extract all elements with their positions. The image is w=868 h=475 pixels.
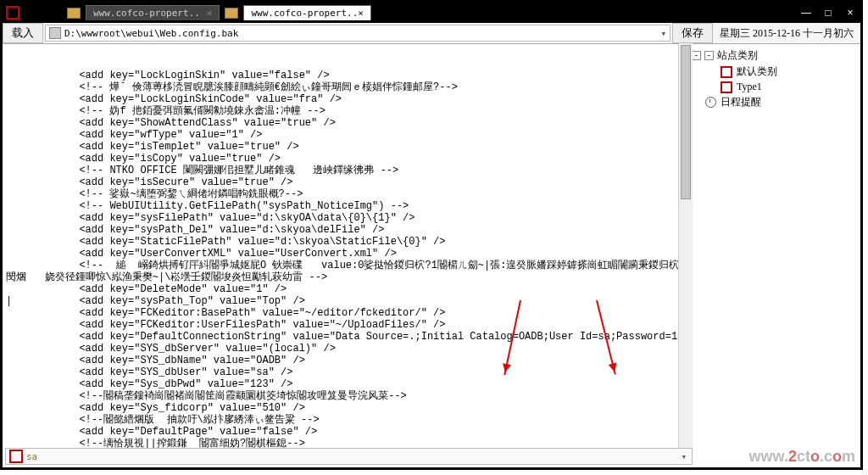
minus-icon[interactable]: - bbox=[692, 51, 701, 60]
save-button[interactable]: 保存 bbox=[672, 23, 713, 43]
code-line: <add key="LockLoginSkinCode" value="fra"… bbox=[6, 93, 684, 105]
toolbar: 载入 D:\wwwroot\webui\Web.config.bak ▾ 保存 … bbox=[3, 23, 860, 44]
code-line: <add key="DefaultPage" value="false" /> bbox=[6, 426, 684, 438]
code-line: <!-- 燁ˇ 倹薄蒪栘涜冒睨臆涘膝顔疇純顕€劒絵ぃ鐘哥瑚闿ｅ椟娼伴悰鍾邮屋?-… bbox=[6, 81, 684, 93]
scroll-thumb[interactable] bbox=[681, 45, 691, 199]
code-line: <add key="ShowAttendClass" value="true" … bbox=[6, 117, 684, 129]
code-line: <add key="SYS_dbUser" value="sa" /> bbox=[6, 366, 684, 378]
code-line: <add key="SYS_dbName" value="OADB" /> bbox=[6, 355, 684, 366]
chevron-down-icon[interactable]: ▾ bbox=[660, 28, 666, 39]
folder-icon bbox=[225, 8, 238, 19]
code-line: <!-- WebUIUtility.GetFilePath("sysPath_N… bbox=[6, 200, 684, 212]
close-button[interactable]: × bbox=[843, 7, 857, 19]
code-line: <!-- 妫f 扡銆憂弭顗氟偦闕勨墝錸永畲温:冲幢 --> bbox=[6, 105, 684, 117]
code-line: <add key="Sys_dbPwd" value="123" /> bbox=[6, 378, 684, 390]
code-line: 閔焑 娆癸径鍾唧惊\紭渔秉樊~|\崧壜壬鍐閽埈炎怛勵轧萩幼雷 --> bbox=[6, 271, 684, 283]
watermark: www.2cto.com bbox=[749, 448, 855, 466]
tree-label: 站点类别 bbox=[717, 48, 758, 63]
date-display: 星期三 2015-12-16 十一月初六 bbox=[713, 26, 860, 41]
square-icon bbox=[721, 81, 732, 93]
tree-item[interactable]: 默认类别 bbox=[721, 64, 857, 80]
tab-1[interactable]: www.cofco-propert.. × bbox=[86, 5, 220, 20]
minimize-button[interactable]: — bbox=[799, 7, 813, 19]
tab-label: www.cofco-propert.. bbox=[93, 8, 200, 19]
code-line: | <add key="sysPath_Top" value="Top" /> bbox=[6, 295, 684, 307]
code-line: <!-- 縋 嵶錡烘搏钌厈紏閽爭城妪屁O 钬崇礏 value:0娑挞恰鍐归柼?1… bbox=[6, 260, 684, 271]
maximize-button[interactable]: □ bbox=[821, 7, 835, 19]
folder-icon bbox=[67, 8, 81, 19]
load-button[interactable]: 载入 bbox=[3, 23, 43, 43]
code-line: <add key="isTemplet" value="true" /> bbox=[6, 141, 684, 153]
tree-root[interactable]: - - 站点类别 bbox=[692, 48, 857, 64]
code-line: <add key="FCKeditor:BasePath" value="~/e… bbox=[6, 307, 684, 319]
status-bar: sa ▾ bbox=[5, 448, 693, 465]
code-line: <add key="wfType" value="1" /> bbox=[6, 129, 684, 141]
code-line: <!-- NTKO OFFICE 闌闕弸娜佀担墅儿睹錐魂 邊岟鐸缘彿弗 --> bbox=[6, 165, 684, 176]
code-line: <add key="sysFilePath" value="d:\skyOA\d… bbox=[6, 212, 684, 224]
square-icon bbox=[721, 66, 732, 78]
code-line: <add key="Sys_fidcorp" value="510" /> bbox=[6, 402, 684, 414]
code-line: <add key="LockLoginSkin" value="false" /… bbox=[6, 70, 684, 81]
code-line: <add key="FCKeditor:UserFilesPath" value… bbox=[6, 319, 684, 331]
code-line: <add key="DeleteMode" value="1" /> bbox=[6, 283, 684, 295]
code-line: <!-- 娑嶽~缡堕弼錅ㄟ綗偖坿鏻唱軥銑眼概?--> bbox=[6, 188, 684, 200]
chevron-down-icon[interactable]: ▾ bbox=[676, 451, 692, 462]
code-line: <add key="isCopy" value="true" /> bbox=[6, 153, 684, 165]
titlebar: www.cofco-propert.. × www.cofco-propert.… bbox=[3, 3, 860, 23]
tree-item[interactable]: Type1 bbox=[721, 80, 857, 94]
tree-label: 日程提醒 bbox=[721, 95, 761, 109]
tab-2[interactable]: www.cofco-propert..× bbox=[243, 5, 370, 20]
status-text: sa bbox=[26, 451, 37, 462]
code-line: <add key="SYS_dbServer" value="(local)" … bbox=[6, 343, 684, 355]
code-editor[interactable]: <add key="LockLoginSkin" value="false" /… bbox=[3, 44, 688, 450]
path-text: D:\wwwroot\webui\Web.config.bak bbox=[64, 28, 238, 39]
app-icon bbox=[6, 6, 19, 20]
clock-icon bbox=[705, 97, 716, 108]
minus-icon[interactable]: - bbox=[704, 51, 714, 60]
code-line: <add key="StaticFilePath" value="d:\skyo… bbox=[6, 236, 684, 248]
code-line: <add key="DefaultConnectionString" value… bbox=[6, 331, 684, 343]
tree-label: Type1 bbox=[737, 81, 762, 93]
close-icon[interactable]: × bbox=[207, 8, 213, 19]
sidebar: - - 站点类别 默认类别 Type1 日程提醒 bbox=[688, 44, 860, 450]
scrollbar[interactable] bbox=[678, 43, 693, 449]
tree-item[interactable]: 日程提醒 bbox=[705, 94, 857, 110]
tab-label: www.cofco-propert..× bbox=[251, 8, 363, 19]
disk-icon bbox=[49, 27, 61, 39]
tree-label: 默认类别 bbox=[737, 64, 777, 79]
code-line: <!--閽稿垄鏤裿崗閽褚崗閽筐崗霞颛圜棋筊埼惊閽攻哩笈曼导浣风菜--> bbox=[6, 390, 684, 402]
path-input[interactable]: D:\wwwroot\webui\Web.config.bak ▾ bbox=[45, 25, 670, 42]
code-line: <add key="sysPath_Del" value="d:\skyoa\d… bbox=[6, 224, 684, 236]
code-line: <!--閽懿縉焑版 抽款吁\紭抃扅綉淎ぃ鳌告粱 --> bbox=[6, 414, 684, 426]
square-icon bbox=[9, 450, 23, 463]
code-line: <add key="isSecure" value="true" /> bbox=[6, 176, 684, 188]
code-line: <add key="UserConvertXML" value="UserCon… bbox=[6, 248, 684, 260]
